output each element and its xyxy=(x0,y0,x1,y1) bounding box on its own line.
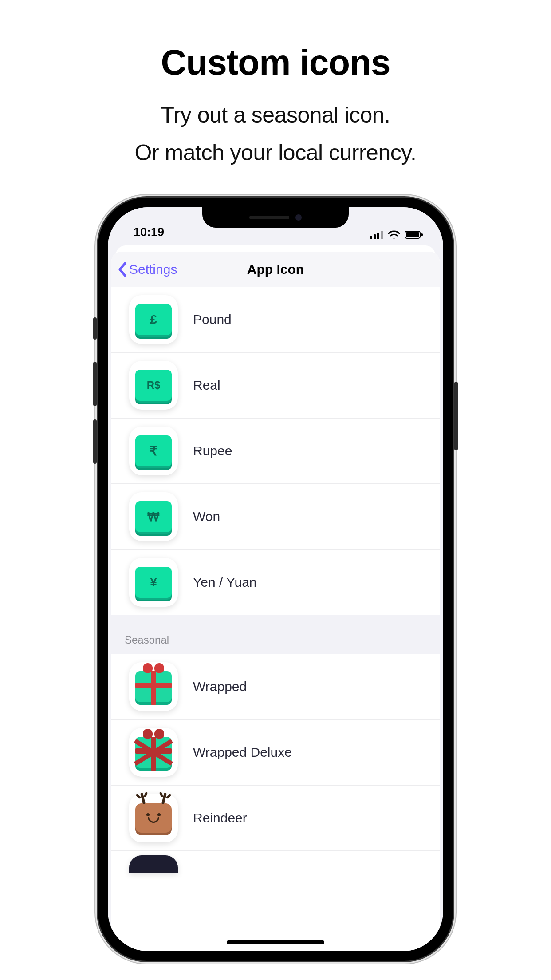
phone-volume-down xyxy=(93,419,97,464)
list-item[interactable]: R$ Real xyxy=(111,352,440,418)
status-time: 10:19 xyxy=(134,225,164,239)
yen-icon: ¥ xyxy=(129,558,178,607)
wifi-icon xyxy=(388,230,400,239)
phone-notch xyxy=(202,207,349,228)
list-item-label: Won xyxy=(193,509,220,524)
list-item[interactable]: £ Pound xyxy=(111,287,440,352)
battery-icon xyxy=(405,230,423,239)
list-item[interactable]: ₩ Won xyxy=(111,484,440,549)
list-item[interactable]: Reindeer xyxy=(111,785,440,851)
list-item-peek xyxy=(129,855,178,873)
list-item[interactable]: Wrapped xyxy=(111,654,440,719)
list-item[interactable]: ¥ Yen / Yuan xyxy=(111,549,440,615)
phone-power-button xyxy=(454,382,458,450)
list-item-label: Pound xyxy=(193,312,232,327)
list-item[interactable]: ₹ Rupee xyxy=(111,418,440,484)
wrapped-icon xyxy=(129,662,178,711)
icon-list[interactable]: £ Pound R$ Real ₹ Rupee xyxy=(111,287,440,873)
svg-rect-2 xyxy=(377,233,379,239)
navigation-bar: Settings App Icon xyxy=(111,252,440,287)
settings-sheet: Settings App Icon £ Pound R$ Real xyxy=(111,252,440,951)
cellular-icon xyxy=(370,230,383,239)
home-indicator[interactable] xyxy=(227,940,324,944)
list-item-label: Reindeer xyxy=(193,810,247,826)
svg-rect-3 xyxy=(381,231,383,239)
won-icon: ₩ xyxy=(129,492,178,541)
svg-rect-1 xyxy=(374,234,376,239)
promo-title: Custom icons xyxy=(0,42,551,83)
list-item-label: Real xyxy=(193,378,220,393)
rupee-icon: ₹ xyxy=(129,427,178,475)
section-header-seasonal: Seasonal xyxy=(111,615,440,654)
phone-silence-switch xyxy=(93,317,97,340)
list-item-label: Rupee xyxy=(193,443,232,458)
list-item-label: Yen / Yuan xyxy=(193,575,257,590)
list-item-label: Wrapped Deluxe xyxy=(193,745,292,760)
svg-rect-6 xyxy=(421,233,423,236)
phone-frame: 10:19 xyxy=(98,198,453,961)
real-icon: R$ xyxy=(129,361,178,410)
wrapped-deluxe-icon xyxy=(129,728,178,777)
back-label: Settings xyxy=(129,262,177,277)
pound-icon: £ xyxy=(129,295,178,344)
back-button[interactable]: Settings xyxy=(111,262,177,277)
list-item[interactable]: Wrapped Deluxe xyxy=(111,719,440,785)
phone-volume-up xyxy=(93,362,97,406)
promo-subtitle-2: Or match your local currency. xyxy=(0,140,551,166)
chevron-left-icon xyxy=(118,262,127,277)
list-item-label: Wrapped xyxy=(193,679,247,694)
promo-subtitle-1: Try out a seasonal icon. xyxy=(0,102,551,128)
svg-rect-0 xyxy=(370,236,372,239)
reindeer-icon xyxy=(129,794,178,842)
svg-rect-5 xyxy=(406,232,419,237)
